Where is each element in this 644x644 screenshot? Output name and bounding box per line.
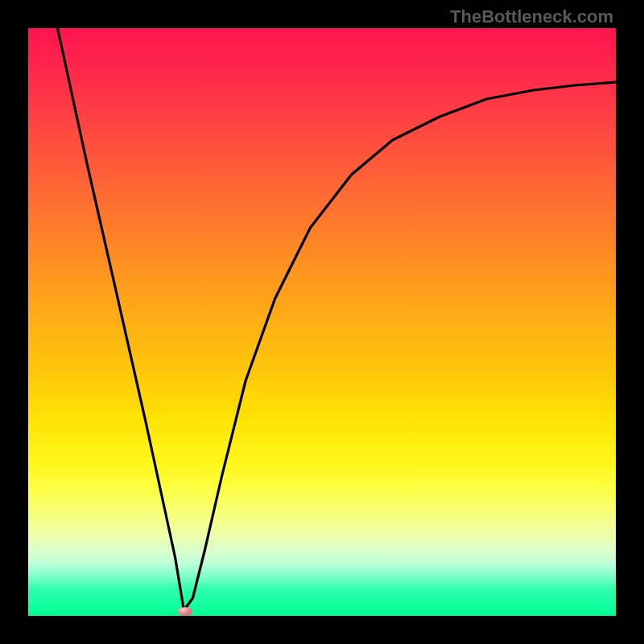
optimal-point-marker <box>178 607 192 616</box>
chart-frame: TheBottleneck.com <box>0 0 644 644</box>
watermark: TheBottleneck.com <box>450 6 613 27</box>
bottleneck-curve <box>28 28 616 616</box>
curve-path <box>58 28 617 610</box>
